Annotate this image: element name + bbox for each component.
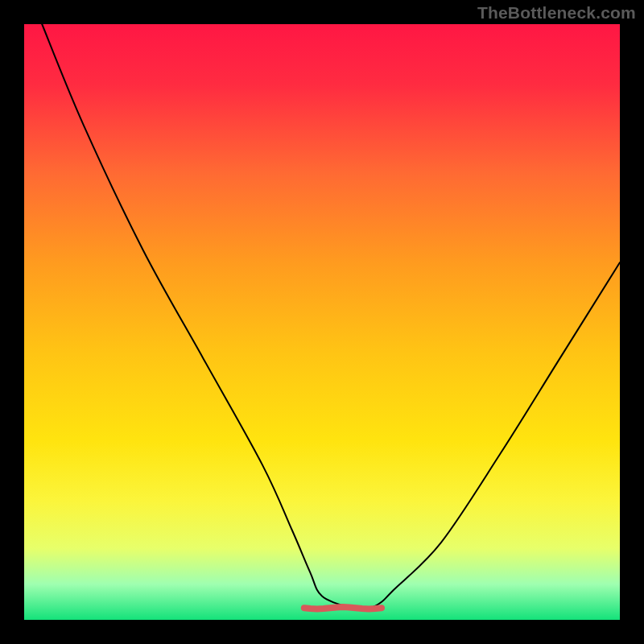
plot-background: [24, 24, 620, 620]
bottleneck-chart: [0, 0, 644, 644]
attribution-label: TheBottleneck.com: [477, 3, 636, 23]
flat-bottom-segment: [304, 607, 382, 609]
chart-frame: TheBottleneck.com: [0, 0, 644, 644]
